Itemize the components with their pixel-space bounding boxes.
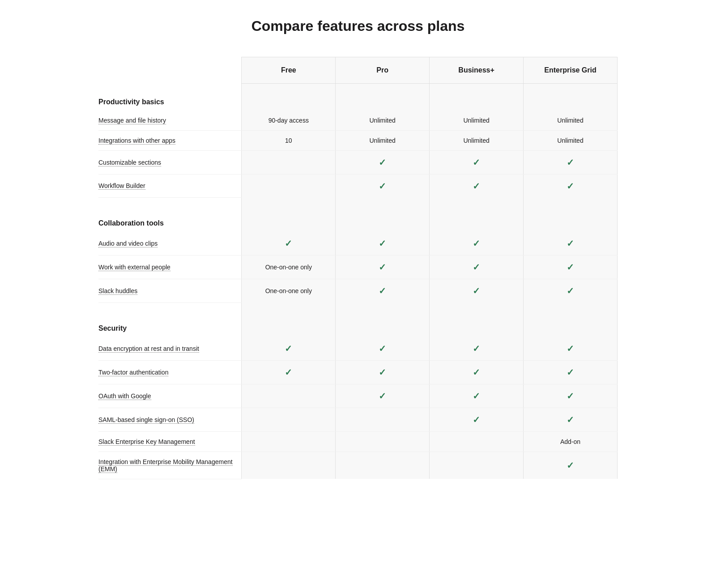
plan-cell-1: ✓ [336,337,430,361]
section-plan-spacer-1-1 [336,205,430,232]
check-icon: ✓ [285,239,292,248]
check-icon: ✓ [567,181,574,191]
plan-cell-3: ✓ [524,150,618,174]
feature-link[interactable]: Slack huddles [98,287,137,295]
plan-cell-0: ✓ [242,337,336,361]
feature-row: SAML-based single sign-on (SSO)✓✓ [98,408,618,431]
plan-cell-3: ✓ [524,408,618,431]
feature-label: Slack huddles [98,279,242,303]
section-name-1: Collaboration tools [98,205,242,232]
feature-link[interactable]: Work with external people [98,264,170,271]
plan-cell-0 [242,431,336,452]
plan-cell-1: ✓ [336,360,430,384]
check-icon: ✓ [473,181,480,191]
plan-cell-2: ✓ [430,174,524,198]
spacer-row [98,198,618,205]
feature-label: Audio and video clips [98,232,242,256]
feature-label: Slack Enterprise Key Management [98,431,242,452]
feature-link[interactable]: SAML-based single sign-on (SSO) [98,416,194,424]
feature-link[interactable]: Message and file history [98,117,166,124]
feature-row: Audio and video clips✓✓✓✓ [98,232,618,256]
plan-cell-2: ✓ [430,360,524,384]
section-plan-spacer-2-1 [336,310,430,337]
feature-label: Two-factor authentication [98,360,242,384]
feature-link[interactable]: Two-factor authentication [98,369,168,376]
check-icon: ✓ [567,391,574,401]
plan-cell-0 [242,384,336,408]
check-icon: ✓ [567,367,574,377]
plan-header-business: Business+ [430,57,524,84]
plan-cell-0: One-on-one only [242,256,336,279]
plan-cell-2: ✓ [430,408,524,431]
feature-label: Integrations with other apps [98,130,242,150]
plan-cell-3: ✓ [524,452,618,479]
plan-cell-2: ✓ [430,384,524,408]
check-icon: ✓ [473,262,480,272]
check-icon: ✓ [379,158,386,167]
feature-link[interactable]: Audio and video clips [98,240,158,247]
plan-cell-0 [242,452,336,479]
feature-link[interactable]: OAuth with Google [98,392,151,400]
plan-header-pro: Pro [336,57,430,84]
plan-cell-2 [430,452,524,479]
check-icon: ✓ [285,367,292,377]
spacer-row [98,303,618,310]
plan-cell-2: ✓ [430,150,524,174]
feature-link[interactable]: Integration with Enterprise Mobility Man… [98,458,233,473]
plan-cell-3: ✓ [524,256,618,279]
feature-link[interactable]: Data encryption at rest and in transit [98,345,199,353]
check-icon: ✓ [379,181,386,191]
feature-link[interactable]: Workflow Builder [98,182,145,190]
check-icon: ✓ [379,262,386,272]
feature-link[interactable]: Slack Enterprise Key Management [98,438,195,446]
plan-cell-2: ✓ [430,337,524,361]
check-icon: ✓ [567,460,574,470]
plan-cell-2: ✓ [430,232,524,256]
feature-label: OAuth with Google [98,384,242,408]
feature-row: OAuth with Google✓✓✓ [98,384,618,408]
plan-header-free: Free [242,57,336,84]
plan-cell-3: ✓ [524,232,618,256]
feature-row: Integrations with other apps10UnlimitedU… [98,130,618,150]
plan-cell-0: ✓ [242,360,336,384]
plan-cell-2: ✓ [430,279,524,303]
plan-cell-0 [242,174,336,198]
feature-label: Data encryption at rest and in transit [98,337,242,361]
plan-cell-0: 90-day access [242,111,336,131]
check-icon: ✓ [379,344,386,354]
plan-header-enterprise: Enterprise Grid [524,57,618,84]
section-header-1: Collaboration tools [98,205,618,232]
plan-cell-0: One-on-one only [242,279,336,303]
feature-column-header [98,57,242,84]
section-plan-spacer-0-3 [524,84,618,111]
plan-cell-1 [336,452,430,479]
plan-cell-2: Unlimited [430,111,524,131]
section-header-0: Productivity basics [98,84,618,111]
plan-cell-3: Unlimited [524,111,618,131]
check-icon: ✓ [473,391,480,401]
plan-cell-1: ✓ [336,174,430,198]
section-plan-spacer-1-0 [242,205,336,232]
check-icon: ✓ [567,158,574,167]
feature-link[interactable]: Customizable sections [98,159,161,166]
plan-cell-3: ✓ [524,360,618,384]
feature-label: Message and file history [98,111,242,131]
plan-cell-1: Unlimited [336,130,430,150]
feature-row: Work with external peopleOne-on-one only… [98,256,618,279]
comparison-table: Free Pro Business+ Enterprise Grid Produ… [98,57,618,479]
check-icon: ✓ [567,239,574,248]
plan-cell-3: Unlimited [524,130,618,150]
section-header-2: Security [98,310,618,337]
section-plan-spacer-1-2 [430,205,524,232]
feature-label: Integration with Enterprise Mobility Man… [98,452,242,479]
feature-link[interactable]: Integrations with other apps [98,137,175,145]
plan-cell-1: ✓ [336,279,430,303]
page-wrapper: Compare features across plans Free Pro B… [90,0,626,506]
feature-label: Workflow Builder [98,174,242,198]
plan-cell-2 [430,431,524,452]
section-plan-spacer-1-3 [524,205,618,232]
section-name-0: Productivity basics [98,84,242,111]
check-icon: ✓ [379,391,386,401]
feature-row: Two-factor authentication✓✓✓✓ [98,360,618,384]
check-icon: ✓ [567,344,574,354]
